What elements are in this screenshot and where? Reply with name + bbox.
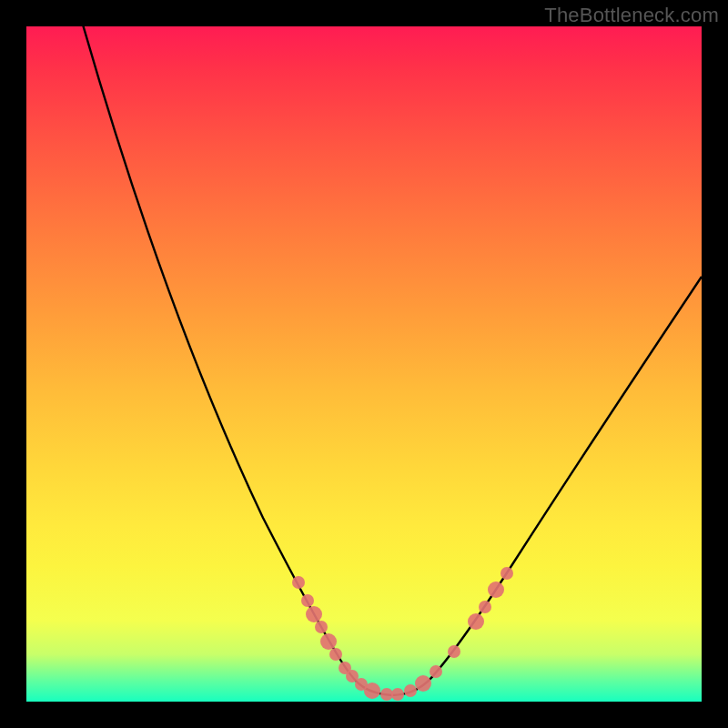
data-point (500, 567, 513, 580)
data-point (315, 621, 328, 633)
credit-text: TheBottleneck.com (544, 4, 719, 27)
data-point (448, 645, 460, 658)
data-point (488, 581, 504, 598)
data-point (292, 576, 305, 589)
data-point (415, 675, 431, 692)
chart-area (26, 26, 702, 702)
data-point (468, 613, 484, 630)
data-point (329, 648, 342, 661)
data-point (301, 594, 314, 607)
data-point (391, 688, 404, 701)
data-point (479, 601, 491, 613)
data-point (430, 665, 442, 678)
curve-svg (26, 26, 702, 702)
bottleneck-curve (83, 26, 702, 695)
data-point (364, 682, 380, 699)
